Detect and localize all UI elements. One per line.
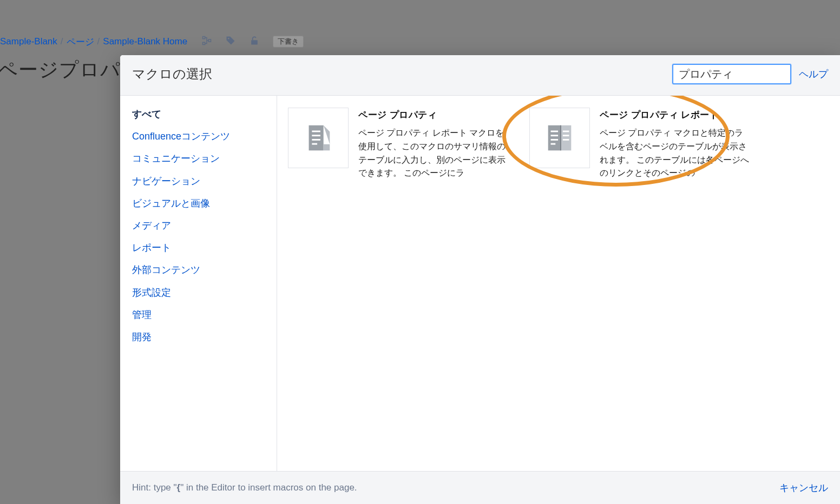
category-item[interactable]: ビジュアルと画像 [132,197,265,210]
category-item[interactable]: 開発 [132,330,265,344]
cancel-button[interactable]: キャンセル [779,481,828,494]
macro-search-input[interactable] [672,64,791,84]
svg-rect-0 [203,37,205,39]
svg-rect-10 [551,135,559,136]
macro-desc: ページ プロパティ レポート マクロを使用して、このマクロのサマリ情報のテーブル… [358,127,509,180]
svg-point-3 [228,38,229,39]
page-properties-icon [288,108,349,168]
hint-prefix: Hint: type " [132,482,177,493]
macro-page-properties[interactable]: ページ プロパティ ページ プロパティ レポート マクロを使用して、このマクロの… [288,108,509,180]
svg-rect-14 [563,135,569,136]
category-item[interactable]: 管理 [132,308,265,322]
draft-badge: 下書き [273,36,304,48]
page-tree-icon[interactable] [201,35,212,48]
breadcrumb-item[interactable]: ページ [67,36,94,48]
macro-title: ページ プロパティ [358,109,509,121]
category-item[interactable]: ナビゲーション [132,175,265,188]
modal-title: マクロの選択 [132,65,665,83]
svg-rect-11 [551,139,559,141]
breadcrumb-item[interactable]: Sample-Blank Home [103,36,187,47]
breadcrumb-sep: / [61,36,63,47]
svg-rect-15 [563,139,569,141]
svg-rect-8 [312,143,317,145]
hint-text: Hint: type "{" in the Editor to insert m… [132,482,772,493]
category-item[interactable]: Confluenceコンテンツ [132,130,265,143]
category-item[interactable]: メディア [132,219,265,233]
tag-icon[interactable] [225,35,236,48]
modal-footer: Hint: type "{" in the Editor to insert m… [120,471,840,504]
category-item[interactable]: レポート [132,241,265,255]
svg-rect-6 [312,135,320,136]
svg-rect-4 [251,40,258,44]
macro-page-properties-report[interactable]: ページ プロパティ レポート ページ プロパティ マクロと特定のラベルを含むペー… [529,108,750,180]
breadcrumb-sep: / [97,36,100,47]
category-item[interactable]: コミュニケーション [132,152,265,165]
modal-body: すべてConfluenceコンテンツコミュニケーションナビゲーションビジュアルと… [120,96,840,471]
category-item[interactable]: 形式設定 [132,286,265,300]
svg-rect-7 [312,139,320,141]
macro-title: ページ プロパティ レポート [600,109,750,121]
svg-rect-13 [563,130,569,132]
category-item[interactable]: 外部コンテンツ [132,263,265,277]
macro-desc: ページ プロパティ マクロと特定のラベルを含むページのテーブルが表示されます。 … [600,127,750,180]
category-sidebar: すべてConfluenceコンテンツコミュニケーションナビゲーションビジュアルと… [120,96,277,471]
breadcrumb-bar: Sample-Blank / ページ / Sample-Blank Home [0,30,840,54]
help-link[interactable]: ヘルプ [799,68,828,81]
macro-results: ページ プロパティ ページ プロパティ レポート マクロを使用して、このマクロの… [277,96,840,471]
breadcrumb: Sample-Blank / ページ / Sample-Blank Home [0,36,187,48]
macro-browser-modal: マクロの選択 ヘルプ すべてConfluenceコンテンツコミュニケーションナビ… [120,55,840,504]
unlock-icon[interactable] [249,35,260,48]
category-item[interactable]: すべて [132,108,265,121]
header-icons: 下書き [201,35,304,48]
svg-rect-9 [551,130,559,132]
hint-suffix: " in the Editor to insert macros on the … [180,482,357,493]
svg-rect-2 [209,39,211,42]
breadcrumb-item[interactable]: Sample-Blank [0,36,57,47]
svg-rect-12 [551,143,556,145]
page-properties-report-icon [529,108,590,168]
svg-rect-5 [312,130,320,132]
modal-header: マクロの選択 ヘルプ [120,55,840,96]
svg-rect-1 [203,42,205,44]
